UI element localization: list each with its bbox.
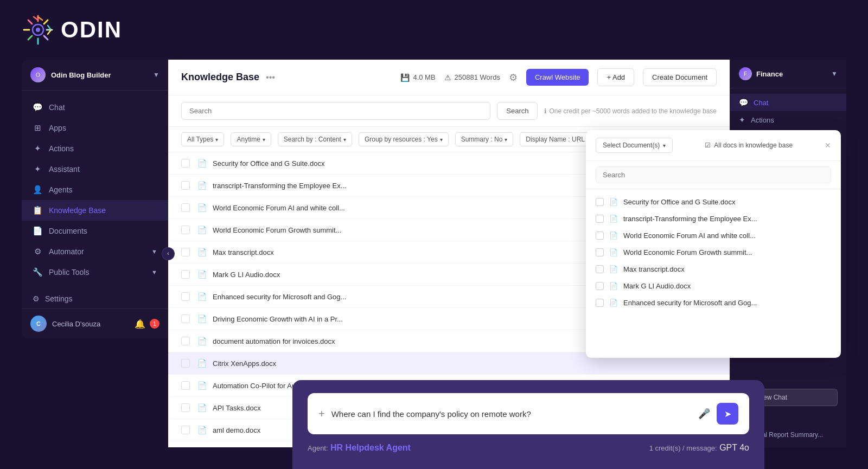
kb-item-name: aml demo.docx [213,426,260,434]
kb-item-checkbox[interactable] [181,226,190,234]
kb-words-value: 250881 Words [455,73,500,81]
add-button[interactable]: + Add [597,68,634,86]
kb-item-checkbox[interactable] [181,292,190,301]
agents-icon: 👤 [33,185,42,195]
chat-icon: 💬 [33,102,42,112]
sidebar-item-apps[interactable]: ⊞ Apps [22,118,168,138]
sidebar-header-left: O Odin Blog Builder [30,67,111,82]
kb-item-checkbox[interactable] [181,248,190,256]
sidebar-nav: 💬 Chat ⊞ Apps ✦ Actions ✦ Assistant 👤 [22,91,168,289]
kb-item-checkbox[interactable] [181,337,190,345]
finance-nav-chat[interactable]: 💬 Chat [730,94,846,111]
filter-group-by[interactable]: Group by resources : Yes ▾ [359,132,449,146]
kb-search-hint: ℹ One credit per ~5000 words added to th… [544,107,717,115]
apps-icon: ⊞ [33,123,42,133]
kb-search-button[interactable]: Search [497,102,538,120]
doc-item-checkbox[interactable] [596,248,604,256]
doc-item-file-icon: 📄 [609,232,618,240]
kb-search-input[interactable] [181,102,490,120]
user-name: Cecilia D'souza [52,320,100,328]
doc-item-file-icon: 📄 [609,248,618,256]
sidebar-item-chat[interactable]: 💬 Chat [22,97,168,118]
doc-list-item[interactable]: 📄 Security for Office and G Suite.docx [586,194,841,210]
kb-item-checkbox[interactable] [181,181,190,190]
sidebar-item-documents[interactable]: 📄 Documents [22,221,168,241]
sidebar-item-assistant[interactable]: ✦ Assistant [22,159,168,179]
create-document-button[interactable]: Create Document [643,68,717,86]
chat-microphone-icon[interactable]: 🎤 [698,408,710,420]
automator-icon: ⚙ [33,247,42,256]
doc-search-input[interactable] [596,166,831,183]
sidebar-item-assistant-label: Assistant [49,165,80,174]
kb-item-doc-icon: 📄 [196,158,207,169]
sidebar-item-apps-label: Apps [49,124,66,132]
kb-settings-icon[interactable]: ⚙ [509,72,518,83]
doc-list-item[interactable]: 📄 World Economic Forum AI and white coll… [586,227,841,244]
doc-item-checkbox[interactable] [596,282,604,290]
sidebar-item-actions[interactable]: ✦ Actions [22,138,168,159]
top-bar: ODIN [0,0,868,60]
sidebar-item-public-tools[interactable]: 🔧 Public Tools ▼ [22,262,168,282]
settings-icon: ⚙ [33,294,40,303]
doc-item-name: Max transcript.docx [623,265,685,273]
chat-attach-icon[interactable]: + [318,408,325,420]
sidebar-item-knowledge-base[interactable]: 📋 Knowledge Base [22,200,168,221]
doc-item-name: transcript-Transforming the Employee Ex.… [623,215,757,223]
settings-label: Settings [45,294,73,303]
chat-input-field[interactable] [331,409,692,419]
kb-item-doc-icon: 📄 [196,202,207,213]
finance-nav-actions[interactable]: ✦ Actions [730,111,846,129]
doc-list-item[interactable]: 📄 transcript-Transforming the Employee E… [586,210,841,227]
anytime-chevron-icon: ▾ [263,137,265,143]
filter-all-types[interactable]: All Types ▾ [181,132,224,146]
kb-item-checkbox[interactable] [181,426,190,434]
svg-point-14 [36,28,40,32]
sidebar-item-automator-label: Automator [49,247,84,256]
doc-list-item[interactable]: 📄 Enhanced security for Microsoft and Go… [586,294,841,311]
settings-item[interactable]: ⚙ Settings [22,289,168,309]
kb-item-checkbox[interactable] [181,203,190,212]
doc-list-item[interactable]: 📄 Mark G LI Audio.docx [586,278,841,294]
sidebar-item-agents[interactable]: 👤 Agents [22,179,168,200]
kb-search-bar: Search ℹ One credit per ~5000 words adde… [168,95,730,127]
kb-item-checkbox[interactable] [181,359,190,368]
doc-selector-close-button[interactable]: ✕ [825,141,831,150]
doc-item-checkbox[interactable] [596,265,604,273]
kb-item-checkbox[interactable] [181,270,190,279]
doc-item-checkbox[interactable] [596,215,604,223]
chat-send-button[interactable]: ➤ [717,403,738,425]
kb-item-checkbox[interactable] [181,314,190,323]
kb-item-checkbox[interactable] [181,403,190,412]
checkbox-icon: ☑ [705,142,711,149]
doc-item-name: Enhanced security for Microsoft and Gog.… [623,299,757,307]
public-tools-chevron-icon: ▼ [151,269,157,275]
filter-summary[interactable]: Summary : No ▾ [455,132,514,146]
doc-tab-select[interactable]: Select Document(s) ▾ [596,138,673,153]
doc-item-checkbox[interactable] [596,232,604,240]
kb-item-name: Mark G LI Audio.docx [213,271,280,279]
kb-header-right: 💾 4.0 MB ⚠ 250881 Words ⚙ Crawl Website … [400,68,717,86]
kb-item-name: transcript-Transforming the Employee Ex.… [213,182,347,190]
sidebar-collapse-button[interactable]: ‹ [162,247,175,260]
chat-model-info: 1 credit(s) / message: GPT 4o [649,443,749,453]
doc-item-checkbox[interactable] [596,299,604,307]
filter-search-by[interactable]: Search by : Content ▾ [278,132,352,146]
kb-title: Knowledge Base [181,72,259,83]
kb-more-options[interactable]: ••• [266,73,275,82]
workspace-title: Odin Blog Builder [51,71,111,79]
chat-input-overlay: + 🎤 ➤ Agent: HR Helpdesk Agent 1 credit(… [292,380,764,469]
sidebar-item-automator[interactable]: ⚙ Automator ▼ [22,241,168,262]
doc-list-item[interactable]: 📄 Max transcript.docx [586,261,841,278]
kb-item-checkbox[interactable] [181,381,190,390]
assistant-icon: ✦ [33,164,42,174]
chat-agent-name: HR Helpdesk Agent [330,443,411,452]
doc-list-item[interactable]: 📄 World Economic Forum Growth summit... [586,244,841,261]
doc-item-checkbox[interactable] [596,198,604,206]
filter-anytime[interactable]: Anytime ▾ [231,132,271,146]
finance-chat-icon: 💬 [739,98,748,107]
crawl-website-button[interactable]: Crawl Website [526,69,589,86]
kb-item-name: Max transcript.docx [213,248,274,256]
kb-item-checkbox[interactable] [181,159,190,168]
filter-display-name[interactable]: Display Name : URL ▾ [520,132,596,146]
sidebar-header[interactable]: O Odin Blog Builder ▼ [22,60,168,91]
